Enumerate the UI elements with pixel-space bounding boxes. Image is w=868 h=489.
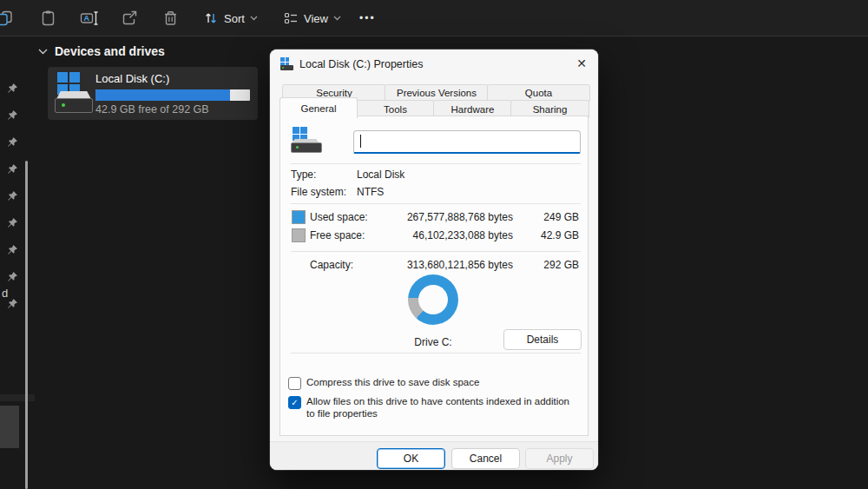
drive-icon [55, 72, 93, 114]
sidebar-partial-item [0, 394, 35, 401]
pin-icon[interactable] [7, 216, 18, 232]
free-space-row: Free space: 46,102,233,088 bytes 42.9 GB [280, 228, 588, 242]
dialog-title: Local Disk (C:) Properties [299, 58, 423, 70]
chevron-down-icon [250, 16, 258, 21]
pin-icon[interactable] [7, 135, 18, 151]
drive-icon [291, 127, 322, 153]
pin-icon[interactable] [7, 270, 18, 286]
type-value: Local Disk [357, 169, 404, 181]
used-space-bytes: 267,577,888,768 bytes [407, 211, 513, 223]
rename-button[interactable]: A [80, 8, 99, 29]
used-space-label: Used space: [310, 211, 368, 223]
sidebar-truncated-item[interactable]: d [2, 287, 8, 300]
tab-previous-versions[interactable]: Previous Versions [385, 84, 489, 102]
paste-button[interactable] [40, 8, 56, 29]
share-icon [121, 10, 138, 27]
free-space-bytes: 46,102,233,088 bytes [413, 229, 513, 241]
free-space-label: Free space: [310, 229, 365, 241]
more-icon: ••• [359, 12, 376, 24]
sort-label: Sort [224, 12, 245, 25]
compress-checkbox-row[interactable]: Compress this drive to save disk space [288, 377, 577, 390]
divider [291, 163, 581, 164]
used-space-size: 249 GB [543, 211, 579, 223]
delete-button[interactable] [162, 8, 179, 29]
free-space-size: 42.9 GB [541, 229, 579, 241]
capacity-size: 292 GB [543, 259, 579, 271]
used-space-row: Used space: 267,577,888,768 bytes 249 GB [280, 210, 588, 224]
divider [291, 251, 581, 252]
drive-free-space-text: 42.9 GB free of 292 GB [95, 103, 209, 116]
index-checkbox-row[interactable]: ✓ Allow files on this drive to have cont… [288, 396, 577, 420]
pin-icon[interactable] [7, 297, 18, 313]
drive-name: Local Disk (C:) [95, 72, 169, 85]
chevron-down-icon [38, 49, 48, 55]
pin-icon[interactable] [7, 82, 18, 97]
drive-usage-bar [95, 89, 250, 101]
dialog-button-strip: OK Cancel Apply [270, 441, 598, 470]
svg-text:A: A [83, 14, 89, 23]
free-space-swatch [292, 228, 306, 242]
copy-icon [0, 10, 14, 27]
view-icon [283, 10, 299, 26]
chevron-down-icon [333, 16, 341, 21]
volume-label-input[interactable] [353, 130, 581, 154]
pin-icon[interactable] [7, 243, 18, 259]
pin-icon[interactable] [7, 109, 18, 124]
properties-dialog: Local Disk (C:) Properties ✕ Security Pr… [270, 50, 598, 470]
view-button[interactable]: View [283, 8, 341, 29]
type-row: Type: Local Disk [280, 169, 588, 182]
sort-button[interactable]: Sort [203, 8, 258, 29]
general-tab-page: Type: Local Disk File system: NTFS Used … [279, 116, 589, 436]
view-label: View [304, 12, 328, 25]
ok-button[interactable]: OK [377, 448, 445, 469]
sidebar-scrollbar[interactable] [25, 161, 28, 489]
drive-icon-small [280, 57, 295, 71]
cancel-button[interactable]: Cancel [451, 448, 520, 469]
copy-button[interactable] [0, 8, 14, 29]
filesystem-label: File system: [291, 186, 346, 198]
more-options-button[interactable]: ••• [359, 8, 376, 29]
share-button[interactable] [121, 8, 138, 29]
trash-icon [162, 10, 179, 27]
paste-icon [40, 10, 56, 27]
checkbox-checked[interactable]: ✓ [288, 396, 301, 409]
devices-and-drives-header[interactable]: Devices and drives [38, 44, 165, 58]
filesystem-value: NTFS [357, 186, 384, 198]
divider [291, 203, 581, 204]
filesystem-row: File system: NTFS [280, 186, 588, 200]
divider [291, 353, 581, 354]
tab-general[interactable]: General [279, 97, 358, 118]
apply-button[interactable]: Apply [525, 448, 594, 469]
details-button[interactable]: Details [503, 329, 582, 350]
text-caret [360, 135, 361, 148]
drive-item-local-disk-c[interactable]: Local Disk (C:) 42.9 GB free of 292 GB [48, 67, 258, 120]
sidebar-partial-selection [0, 406, 19, 448]
type-label: Type: [291, 169, 316, 181]
used-space-swatch [292, 210, 306, 224]
capacity-row: Capacity: 313,680,121,856 bytes 292 GB [280, 258, 588, 272]
capacity-label: Capacity: [310, 259, 353, 271]
pin-icon[interactable] [7, 162, 18, 178]
dialog-titlebar[interactable]: Local Disk (C:) Properties ✕ [270, 50, 598, 78]
index-checkbox-label: Allow files on this drive to have conten… [306, 396, 577, 420]
disk-usage-donut-chart [408, 274, 458, 325]
rename-icon: A [80, 10, 99, 27]
pin-icon[interactable] [7, 189, 18, 205]
section-header-label: Devices and drives [55, 44, 165, 58]
capacity-bytes: 313,680,121,856 bytes [407, 259, 513, 271]
donut-caption: Drive C: [398, 336, 468, 348]
close-icon[interactable]: ✕ [576, 56, 587, 70]
compress-checkbox-label: Compress this drive to save disk space [306, 377, 479, 389]
explorer-toolbar: A Sort [0, 0, 868, 36]
check-icon: ✓ [291, 398, 298, 407]
sort-arrows-icon [203, 10, 219, 26]
drive-usage-bar-fill [95, 89, 230, 101]
tab-quota[interactable]: Quota [487, 84, 590, 102]
checkbox-unchecked[interactable] [288, 377, 301, 390]
